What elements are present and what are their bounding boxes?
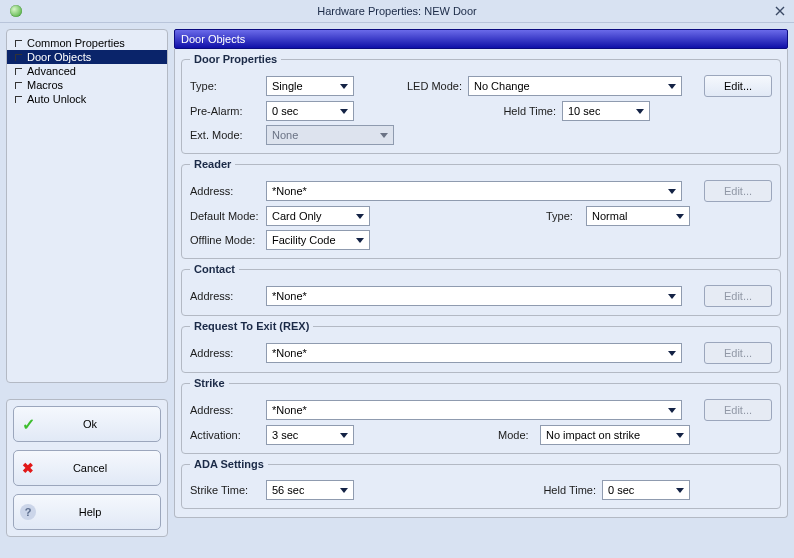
help-button[interactable]: ? Help (13, 494, 161, 530)
legend-ada: ADA Settings (190, 458, 268, 470)
activation-select[interactable]: 3 sec (266, 425, 354, 445)
label-strike-address: Address: (190, 404, 260, 416)
nav-item-macros[interactable]: Macros (7, 78, 167, 92)
label-strike-time: Strike Time: (190, 484, 260, 496)
default-mode-select[interactable]: Card Only (266, 206, 370, 226)
nav-tree: Common Properties Door Objects Advanced … (6, 29, 168, 383)
label-contact-address: Address: (190, 290, 260, 302)
label-strike-mode: Mode: (498, 429, 534, 441)
nav-item-advanced[interactable]: Advanced (7, 64, 167, 78)
label-default-mode: Default Mode: (190, 210, 260, 222)
checkmark-icon: ✓ (14, 415, 42, 434)
reader-address-select[interactable]: *None* (266, 181, 682, 201)
offline-mode-select[interactable]: Facility Code (266, 230, 370, 250)
legend-reader: Reader (190, 158, 235, 170)
contact-address-select[interactable]: *None* (266, 286, 682, 306)
group-door-properties: Door Properties Type: Single LED Mode: N… (181, 53, 781, 154)
group-rex: Request To Exit (REX) Address: *None* Ed… (181, 320, 781, 373)
label-rex-address: Address: (190, 347, 260, 359)
edit-contact-button: Edit... (704, 285, 772, 307)
group-ada: ADA Settings Strike Time: 56 sec Held Ti… (181, 458, 781, 509)
nav-item-common-properties[interactable]: Common Properties (7, 36, 167, 50)
held-time-select[interactable]: 10 sec (562, 101, 650, 121)
ada-held-time-select[interactable]: 0 sec (602, 480, 690, 500)
group-strike: Strike Address: *None* Edit... Activatio… (181, 377, 781, 454)
nav-item-auto-unlock[interactable]: Auto Unlock (7, 92, 167, 106)
x-icon: ✖ (14, 460, 42, 476)
label-reader-address: Address: (190, 185, 260, 197)
reader-type-select[interactable]: Normal (586, 206, 690, 226)
label-reader-type: Type: (546, 210, 580, 222)
section-header: Door Objects (174, 29, 788, 49)
title-bar: Hardware Properties: NEW Door (0, 0, 794, 23)
strike-time-select[interactable]: 56 sec (266, 480, 354, 500)
pre-alarm-select[interactable]: 0 sec (266, 101, 354, 121)
dialog-buttons: ✓ Ok ✖ Cancel ? Help (6, 399, 168, 537)
app-icon (10, 5, 22, 17)
cancel-button[interactable]: ✖ Cancel (13, 450, 161, 486)
label-ext-mode: Ext. Mode: (190, 129, 260, 141)
edit-rex-button: Edit... (704, 342, 772, 364)
group-reader: Reader Address: *None* Edit... Default M… (181, 158, 781, 259)
label-led-mode: LED Mode: (406, 80, 462, 92)
close-icon (775, 6, 785, 16)
nav-item-door-objects[interactable]: Door Objects (7, 50, 167, 64)
edit-led-button[interactable]: Edit... (704, 75, 772, 97)
legend-contact: Contact (190, 263, 239, 275)
dialog-title: Hardware Properties: NEW Door (317, 5, 477, 17)
label-type: Type: (190, 80, 260, 92)
edit-strike-button: Edit... (704, 399, 772, 421)
label-offline-mode: Offline Mode: (190, 234, 260, 246)
type-select[interactable]: Single (266, 76, 354, 96)
rex-address-select[interactable]: *None* (266, 343, 682, 363)
strike-mode-select[interactable]: No impact on strike (540, 425, 690, 445)
ok-button[interactable]: ✓ Ok (13, 406, 161, 442)
strike-address-select[interactable]: *None* (266, 400, 682, 420)
help-label: Help (42, 506, 160, 518)
led-mode-select[interactable]: No Change (468, 76, 682, 96)
legend-strike: Strike (190, 377, 229, 389)
label-pre-alarm: Pre-Alarm: (190, 105, 260, 117)
ext-mode-select: None (266, 125, 394, 145)
label-activation: Activation: (190, 429, 260, 441)
legend-door-properties: Door Properties (190, 53, 281, 65)
group-contact: Contact Address: *None* Edit... (181, 263, 781, 316)
label-ada-held-time: Held Time: (540, 484, 596, 496)
question-icon: ? (14, 504, 42, 520)
cancel-label: Cancel (42, 462, 160, 474)
label-held-time: Held Time: (500, 105, 556, 117)
section-title: Door Objects (181, 33, 245, 45)
close-button[interactable] (772, 3, 788, 19)
ok-label: Ok (42, 418, 160, 430)
legend-rex: Request To Exit (REX) (190, 320, 313, 332)
edit-reader-button: Edit... (704, 180, 772, 202)
